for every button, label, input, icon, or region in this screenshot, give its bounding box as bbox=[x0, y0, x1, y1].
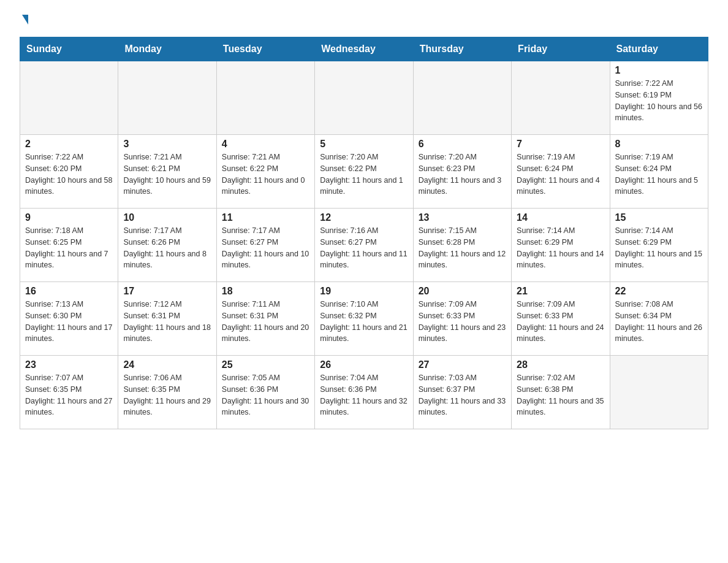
calendar-cell: 19Sunrise: 7:10 AM Sunset: 6:32 PM Dayli… bbox=[315, 282, 413, 356]
day-info: Sunrise: 7:14 AM Sunset: 6:29 PM Dayligh… bbox=[615, 225, 703, 271]
calendar-cell: 9Sunrise: 7:18 AM Sunset: 6:25 PM Daylig… bbox=[20, 209, 118, 282]
day-number: 25 bbox=[222, 359, 309, 370]
col-header-monday: Monday bbox=[118, 37, 216, 61]
day-info: Sunrise: 7:22 AM Sunset: 6:19 PM Dayligh… bbox=[615, 78, 703, 124]
col-header-thursday: Thursday bbox=[413, 37, 511, 61]
day-info: Sunrise: 7:03 AM Sunset: 6:37 PM Dayligh… bbox=[419, 372, 506, 418]
day-number: 13 bbox=[419, 212, 506, 223]
day-number: 11 bbox=[222, 212, 309, 223]
calendar-cell: 21Sunrise: 7:09 AM Sunset: 6:33 PM Dayli… bbox=[512, 282, 610, 356]
day-info: Sunrise: 7:17 AM Sunset: 6:26 PM Dayligh… bbox=[123, 225, 211, 271]
day-info: Sunrise: 7:17 AM Sunset: 6:27 PM Dayligh… bbox=[222, 225, 309, 271]
col-header-saturday: Saturday bbox=[610, 37, 708, 61]
day-number: 20 bbox=[419, 286, 506, 297]
day-number: 28 bbox=[517, 359, 604, 370]
day-number: 7 bbox=[517, 139, 604, 150]
calendar-header-row: SundayMondayTuesdayWednesdayThursdayFrid… bbox=[20, 37, 708, 61]
calendar-cell: 27Sunrise: 7:03 AM Sunset: 6:37 PM Dayli… bbox=[413, 356, 511, 429]
calendar-cell: 5Sunrise: 7:20 AM Sunset: 6:22 PM Daylig… bbox=[315, 135, 413, 209]
calendar-cell: 28Sunrise: 7:02 AM Sunset: 6:38 PM Dayli… bbox=[512, 356, 610, 429]
col-header-wednesday: Wednesday bbox=[315, 37, 413, 61]
day-number: 4 bbox=[222, 139, 309, 150]
calendar-cell: 11Sunrise: 7:17 AM Sunset: 6:27 PM Dayli… bbox=[216, 209, 314, 282]
calendar-cell: 4Sunrise: 7:21 AM Sunset: 6:22 PM Daylig… bbox=[216, 135, 314, 209]
calendar-table: SundayMondayTuesdayWednesdayThursdayFrid… bbox=[20, 37, 708, 429]
day-number: 3 bbox=[123, 139, 211, 150]
day-number: 19 bbox=[320, 286, 408, 297]
col-header-sunday: Sunday bbox=[20, 37, 118, 61]
logo-arrow-icon bbox=[22, 15, 28, 25]
day-info: Sunrise: 7:12 AM Sunset: 6:31 PM Dayligh… bbox=[123, 299, 211, 345]
day-number: 18 bbox=[222, 286, 309, 297]
day-number: 14 bbox=[517, 212, 604, 223]
day-number: 15 bbox=[615, 212, 703, 223]
calendar-cell: 17Sunrise: 7:12 AM Sunset: 6:31 PM Dayli… bbox=[118, 282, 216, 356]
day-info: Sunrise: 7:19 AM Sunset: 6:24 PM Dayligh… bbox=[517, 151, 604, 197]
day-info: Sunrise: 7:15 AM Sunset: 6:28 PM Dayligh… bbox=[419, 225, 506, 271]
day-info: Sunrise: 7:21 AM Sunset: 6:21 PM Dayligh… bbox=[123, 151, 211, 197]
calendar-cell: 20Sunrise: 7:09 AM Sunset: 6:33 PM Dayli… bbox=[413, 282, 511, 356]
calendar-cell bbox=[20, 61, 118, 135]
calendar-cell: 24Sunrise: 7:06 AM Sunset: 6:35 PM Dayli… bbox=[118, 356, 216, 429]
calendar-cell: 16Sunrise: 7:13 AM Sunset: 6:30 PM Dayli… bbox=[20, 282, 118, 356]
day-number: 1 bbox=[615, 65, 703, 76]
day-number: 21 bbox=[517, 286, 604, 297]
day-number: 8 bbox=[615, 139, 703, 150]
day-info: Sunrise: 7:20 AM Sunset: 6:22 PM Dayligh… bbox=[320, 151, 408, 197]
calendar-cell: 18Sunrise: 7:11 AM Sunset: 6:31 PM Dayli… bbox=[216, 282, 314, 356]
logo-general bbox=[20, 15, 28, 26]
day-info: Sunrise: 7:16 AM Sunset: 6:27 PM Dayligh… bbox=[320, 225, 408, 271]
calendar-cell bbox=[512, 61, 610, 135]
day-info: Sunrise: 7:07 AM Sunset: 6:35 PM Dayligh… bbox=[25, 372, 113, 418]
calendar-week-row: 23Sunrise: 7:07 AM Sunset: 6:35 PM Dayli… bbox=[20, 356, 708, 429]
calendar-cell: 7Sunrise: 7:19 AM Sunset: 6:24 PM Daylig… bbox=[512, 135, 610, 209]
calendar-cell bbox=[315, 61, 413, 135]
calendar-week-row: 9Sunrise: 7:18 AM Sunset: 6:25 PM Daylig… bbox=[20, 209, 708, 282]
day-number: 2 bbox=[25, 139, 113, 150]
calendar-cell: 12Sunrise: 7:16 AM Sunset: 6:27 PM Dayli… bbox=[315, 209, 413, 282]
day-info: Sunrise: 7:21 AM Sunset: 6:22 PM Dayligh… bbox=[222, 151, 309, 197]
calendar-cell bbox=[118, 61, 216, 135]
calendar-cell: 22Sunrise: 7:08 AM Sunset: 6:34 PM Dayli… bbox=[610, 282, 708, 356]
calendar-cell: 3Sunrise: 7:21 AM Sunset: 6:21 PM Daylig… bbox=[118, 135, 216, 209]
calendar-cell: 1Sunrise: 7:22 AM Sunset: 6:19 PM Daylig… bbox=[610, 61, 708, 135]
calendar-cell: 15Sunrise: 7:14 AM Sunset: 6:29 PM Dayli… bbox=[610, 209, 708, 282]
day-info: Sunrise: 7:10 AM Sunset: 6:32 PM Dayligh… bbox=[320, 299, 408, 345]
day-number: 10 bbox=[123, 212, 211, 223]
day-info: Sunrise: 7:02 AM Sunset: 6:38 PM Dayligh… bbox=[517, 372, 604, 418]
day-number: 17 bbox=[123, 286, 211, 297]
calendar-cell: 6Sunrise: 7:20 AM Sunset: 6:23 PM Daylig… bbox=[413, 135, 511, 209]
calendar-cell: 2Sunrise: 7:22 AM Sunset: 6:20 PM Daylig… bbox=[20, 135, 118, 209]
day-info: Sunrise: 7:08 AM Sunset: 6:34 PM Dayligh… bbox=[615, 299, 703, 345]
col-header-tuesday: Tuesday bbox=[216, 37, 314, 61]
calendar-cell bbox=[413, 61, 511, 135]
calendar-cell bbox=[216, 61, 314, 135]
day-info: Sunrise: 7:06 AM Sunset: 6:35 PM Dayligh… bbox=[123, 372, 211, 418]
logo bbox=[20, 15, 28, 26]
calendar-cell: 26Sunrise: 7:04 AM Sunset: 6:36 PM Dayli… bbox=[315, 356, 413, 429]
day-number: 22 bbox=[615, 286, 703, 297]
calendar-cell: 14Sunrise: 7:14 AM Sunset: 6:29 PM Dayli… bbox=[512, 209, 610, 282]
day-number: 6 bbox=[419, 139, 506, 150]
col-header-friday: Friday bbox=[512, 37, 610, 61]
day-info: Sunrise: 7:09 AM Sunset: 6:33 PM Dayligh… bbox=[419, 299, 506, 345]
calendar-cell: 25Sunrise: 7:05 AM Sunset: 6:36 PM Dayli… bbox=[216, 356, 314, 429]
calendar-cell: 23Sunrise: 7:07 AM Sunset: 6:35 PM Dayli… bbox=[20, 356, 118, 429]
day-number: 16 bbox=[25, 286, 113, 297]
day-number: 27 bbox=[419, 359, 506, 370]
calendar-cell: 10Sunrise: 7:17 AM Sunset: 6:26 PM Dayli… bbox=[118, 209, 216, 282]
day-info: Sunrise: 7:11 AM Sunset: 6:31 PM Dayligh… bbox=[222, 299, 309, 345]
day-number: 26 bbox=[320, 359, 408, 370]
day-number: 12 bbox=[320, 212, 408, 223]
day-info: Sunrise: 7:18 AM Sunset: 6:25 PM Dayligh… bbox=[25, 225, 113, 271]
calendar-week-row: 16Sunrise: 7:13 AM Sunset: 6:30 PM Dayli… bbox=[20, 282, 708, 356]
page-header bbox=[20, 15, 708, 26]
calendar-cell: 13Sunrise: 7:15 AM Sunset: 6:28 PM Dayli… bbox=[413, 209, 511, 282]
day-number: 23 bbox=[25, 359, 113, 370]
day-number: 5 bbox=[320, 139, 408, 150]
day-number: 24 bbox=[123, 359, 211, 370]
calendar-cell: 8Sunrise: 7:19 AM Sunset: 6:24 PM Daylig… bbox=[610, 135, 708, 209]
day-info: Sunrise: 7:04 AM Sunset: 6:36 PM Dayligh… bbox=[320, 372, 408, 418]
day-info: Sunrise: 7:14 AM Sunset: 6:29 PM Dayligh… bbox=[517, 225, 604, 271]
day-info: Sunrise: 7:13 AM Sunset: 6:30 PM Dayligh… bbox=[25, 299, 113, 345]
